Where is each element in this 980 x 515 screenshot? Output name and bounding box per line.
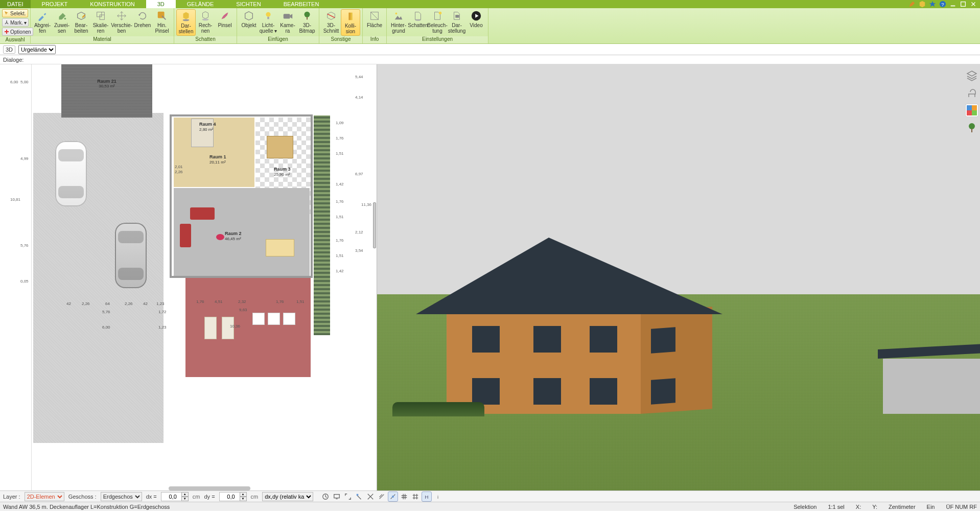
room-garage[interactable]: Raum 21 30,53 m² xyxy=(61,64,152,118)
dim-t-3: 9,63 xyxy=(239,308,247,312)
beanbag[interactable] xyxy=(216,234,224,240)
btn-lichtquelle[interactable]: Licht- quelle ▾ xyxy=(259,9,278,35)
btn-video[interactable]: Video xyxy=(466,9,486,29)
btn-hinpinsel[interactable]: Hin. Pinsel xyxy=(152,9,172,35)
btn-3d-bitmap[interactable]: 3D- Bitmap xyxy=(297,9,317,35)
vt-plants[interactable] xyxy=(966,122,978,134)
tab-sichten[interactable]: SICHTEN xyxy=(225,0,272,8)
kitchen-table[interactable] xyxy=(267,136,293,158)
btn-kamera[interactable]: Kame- ra xyxy=(278,9,297,35)
window-minimize-icon[interactable] xyxy=(949,1,956,8)
window-maximize-icon[interactable] xyxy=(960,1,967,8)
rel-combo[interactable]: dx,dy (relativ ka xyxy=(262,492,313,501)
vt-layers[interactable] xyxy=(966,69,978,82)
room-2[interactable] xyxy=(174,188,310,276)
status-unit: Zentimeter xyxy=(889,504,916,510)
btn-schatten-pinsel[interactable]: Pinsel xyxy=(215,9,235,29)
floorplan-hscroll[interactable] xyxy=(169,486,250,490)
btn-hintergrund[interactable]: Hinter- grund xyxy=(389,9,408,35)
btn-objekt[interactable]: Objekt xyxy=(239,9,259,29)
view-mode-token[interactable]: 3D xyxy=(3,45,15,54)
lounger-1[interactable] xyxy=(204,317,217,339)
layer-select[interactable]: 2D-Elemen xyxy=(25,492,64,501)
btn-bearbeiten[interactable]: Bear- beiten xyxy=(72,9,91,35)
btn-3d-schnitt[interactable]: 3D- Schnitt xyxy=(321,9,341,35)
dining-table[interactable] xyxy=(266,239,294,256)
btn-zuweisen[interactable]: Zuwei- sen xyxy=(52,9,72,35)
btn-optionen[interactable]: Optionen xyxy=(2,28,33,36)
status-y: Y: xyxy=(872,504,877,510)
tab-3d[interactable]: 3D xyxy=(146,0,176,8)
btn-drehen[interactable]: Drehen xyxy=(133,9,152,29)
dim-b-4: 6,00 xyxy=(102,325,110,330)
btn-verschieben[interactable]: Verschie- ben xyxy=(110,9,133,35)
snap-perp-icon[interactable] xyxy=(388,491,398,502)
patio-chair-1[interactable] xyxy=(268,313,280,325)
btn-beleuchtung[interactable]: Beleuch- tung xyxy=(428,9,447,35)
help-icon[interactable]: ? xyxy=(939,1,946,8)
dy-label: dy = xyxy=(204,494,215,500)
btn-selekt[interactable]: Selekt. xyxy=(2,9,28,17)
vt-furniture[interactable] xyxy=(966,87,978,99)
btn-flaeche[interactable]: Fläche xyxy=(365,9,384,29)
patio-chair-3[interactable] xyxy=(252,313,265,325)
tab-projekt[interactable]: PROJEKT xyxy=(31,0,79,8)
btn-schatten-rechnen[interactable]: Rech- nen xyxy=(196,9,215,35)
patio-chair-2[interactable] xyxy=(283,313,295,325)
pencil-icon[interactable] xyxy=(908,1,916,8)
house-3d[interactable] xyxy=(426,250,682,414)
vt-materials[interactable] xyxy=(966,104,978,116)
snap-clock-icon[interactable] xyxy=(320,491,331,502)
cube-icon[interactable] xyxy=(919,1,926,8)
svg-rect-11 xyxy=(267,17,269,19)
svg-point-23 xyxy=(969,123,975,129)
geschoss-select[interactable]: Erdgeschos xyxy=(101,492,142,501)
dim-b-0: 2,26 xyxy=(82,301,90,306)
floorplan-canvas[interactable]: 6,00 5,00 4,99 10,81 5,76 0,05 5,44 4,14… xyxy=(0,64,377,490)
snap-intersect-icon[interactable] xyxy=(365,491,376,502)
dx-spinner[interactable]: ▲▼ xyxy=(181,492,189,501)
snap-info-icon[interactable]: i xyxy=(433,491,443,502)
btn-mark[interactable]: Mark.▾ xyxy=(2,18,29,27)
snap-parallel-icon[interactable] xyxy=(377,491,387,502)
3d-view-pane[interactable] xyxy=(377,64,980,490)
star-icon[interactable] xyxy=(929,1,936,8)
window-close-icon[interactable] xyxy=(970,1,977,8)
btn-schatten-darstellen[interactable]: Dar- stellen xyxy=(176,9,196,36)
tab-gelaende[interactable]: GELÄNDE xyxy=(176,0,225,8)
car-2[interactable] xyxy=(115,223,147,288)
btn-darstellung[interactable]: Dar- stellung xyxy=(447,9,466,35)
pane-splitter[interactable] xyxy=(373,202,376,248)
sofa-2[interactable] xyxy=(180,224,191,247)
btn-skalieren[interactable]: Skalie- ren xyxy=(91,9,110,35)
tab-datei[interactable]: DATEI xyxy=(0,0,31,8)
tab-konstruktion[interactable]: KONSTRUKTION xyxy=(79,0,146,8)
garage-3d[interactable] xyxy=(883,359,980,414)
svg-point-18 xyxy=(395,13,398,15)
camera-icon xyxy=(282,10,294,21)
play-icon xyxy=(470,10,482,21)
object-icon xyxy=(243,10,255,21)
btn-kollision[interactable]: Kolli- sion xyxy=(341,9,360,36)
snap-h-icon[interactable]: H xyxy=(422,491,432,502)
svg-rect-21 xyxy=(455,15,459,18)
dim-t-5: 1,76 xyxy=(276,299,284,304)
svg-text:?: ? xyxy=(941,2,944,7)
snap-endpoint-icon[interactable] xyxy=(354,491,364,502)
tab-bearbeiten[interactable]: BEARBEITEN xyxy=(272,0,331,8)
snap-screen-icon[interactable] xyxy=(332,491,342,502)
floorplan-pane[interactable]: 6,00 5,00 4,99 10,81 5,76 0,05 5,44 4,14… xyxy=(0,64,377,490)
car-1[interactable] xyxy=(55,141,87,206)
snap-corners-icon[interactable] xyxy=(343,491,353,502)
svg-rect-24 xyxy=(971,129,972,132)
btn-einst-schatten[interactable]: Schatten xyxy=(408,9,428,29)
sofa-1[interactable] xyxy=(190,207,215,220)
dy-spinner[interactable]: ▲▼ xyxy=(240,492,247,501)
snap-hash-icon[interactable] xyxy=(410,491,421,502)
lightbulb-icon xyxy=(262,10,274,21)
snap-grid-icon[interactable] xyxy=(399,491,409,502)
layer-select-top[interactable]: Urgelände xyxy=(18,45,56,54)
svg-point-4 xyxy=(64,18,66,20)
btn-abgreifen[interactable]: Abgrei- fen xyxy=(33,9,52,35)
status-x: X: xyxy=(856,504,861,510)
